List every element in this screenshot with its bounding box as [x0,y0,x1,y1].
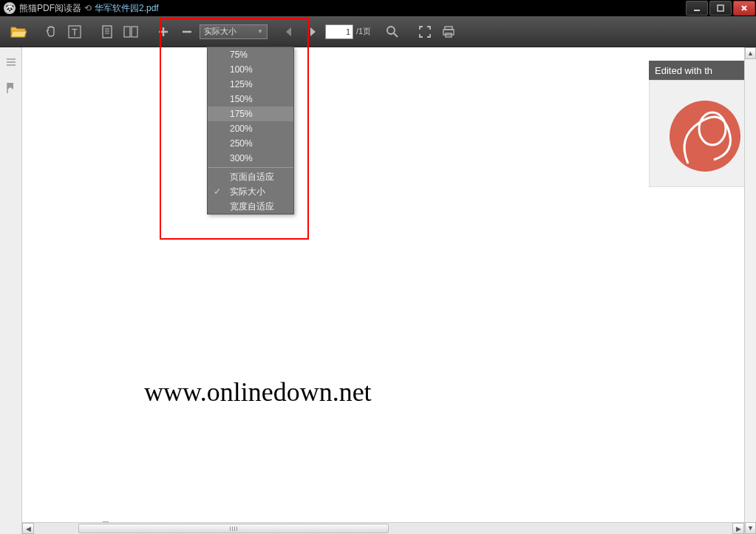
svg-rect-11 [132,27,137,37]
svg-rect-18 [443,30,454,35]
print-button[interactable] [437,21,460,43]
hscroll-thumb[interactable] [78,524,389,533]
watermark-logo [649,80,756,187]
zoom-fit-item[interactable]: 宽度自适应 [208,199,293,214]
scroll-right-arrow[interactable]: ▶ [732,523,744,534]
horizontal-scrollbar[interactable]: ◀ ▶ [22,522,744,534]
main-area: www.onlinedown.net 回世 Edited with th ▲ ▼… [0,47,756,534]
zoom-menu-item[interactable]: 250% [208,136,293,151]
minimize-button[interactable] [686,1,708,16]
refresh-icon[interactable]: ⟲ [84,3,92,13]
zoom-menu-item[interactable]: 100% [208,62,293,77]
two-page-button[interactable] [120,21,142,43]
app-icon: 🐼 [4,2,16,14]
svg-rect-6 [103,26,112,38]
zoom-fit-item[interactable]: 实际大小 [208,184,293,199]
document-name: 华军软件园2.pdf [95,2,159,15]
chevron-down-icon: ▼ [257,28,263,35]
zoom-dropdown-menu: 75%100%125%150%175%200%250%300% 页面自适应实际大… [207,47,294,214]
scroll-left-arrow[interactable]: ◀ [22,523,34,534]
zoom-menu-item[interactable]: 200% [208,121,293,136]
open-file-button[interactable] [7,21,30,43]
zoom-dropdown[interactable]: 实际大小 ▼ [200,24,268,39]
sidebar [0,47,22,534]
close-button[interactable] [733,1,755,16]
zoom-menu-item[interactable]: 175% [208,107,293,121]
maximize-button[interactable] [709,1,732,16]
zoom-in-button[interactable] [152,21,174,43]
svg-line-16 [394,33,398,37]
outline-panel-button[interactable] [4,55,18,70]
svg-text:T: T [72,27,78,38]
search-button[interactable] [381,21,403,43]
prev-page-button[interactable] [278,21,300,43]
svg-rect-1 [718,5,723,11]
menu-separator [208,167,293,168]
app-name: 熊猫PDF阅读器 [19,2,81,15]
watermark-bar: Edited with th [649,61,756,80]
bookmarks-panel-button[interactable] [4,81,18,95]
hand-tool-button[interactable] [40,21,62,43]
svg-point-15 [387,27,395,34]
text-select-button[interactable]: T [64,21,86,43]
zoom-fit-item[interactable]: 页面自适应 [208,169,293,184]
scroll-down-arrow[interactable]: ▼ [745,522,756,534]
toolbar: T 实际大小 ▼ /1页 [0,16,756,47]
zoom-menu-item[interactable]: 125% [208,77,293,92]
zoom-menu-item[interactable]: 150% [208,92,293,107]
document-text: www.onlinedown.net [144,376,372,408]
window-controls [685,0,756,16]
page-input[interactable] [325,24,353,39]
scroll-up-arrow[interactable]: ▲ [745,47,756,59]
single-page-button[interactable] [96,21,118,43]
zoom-dropdown-label: 实际大小 [204,26,236,37]
document-viewport[interactable]: www.onlinedown.net 回世 Edited with th ▲ ▼… [22,47,756,534]
zoom-menu-item[interactable]: 75% [208,47,293,62]
titlebar: 🐼 熊猫PDF阅读器 ⟲ 华军软件园2.pdf [0,0,756,16]
zoom-menu-item[interactable]: 300% [208,151,293,166]
next-page-button[interactable] [302,21,324,43]
vscroll-track[interactable] [745,59,756,522]
svg-rect-10 [124,27,130,37]
hscroll-track[interactable] [34,523,732,534]
page-total: /1页 [356,26,371,37]
vertical-scrollbar[interactable]: ▲ ▼ [744,47,756,534]
watermark-text: Edited with th [655,65,712,76]
zoom-out-button[interactable] [176,21,198,43]
fullscreen-button[interactable] [414,21,436,43]
